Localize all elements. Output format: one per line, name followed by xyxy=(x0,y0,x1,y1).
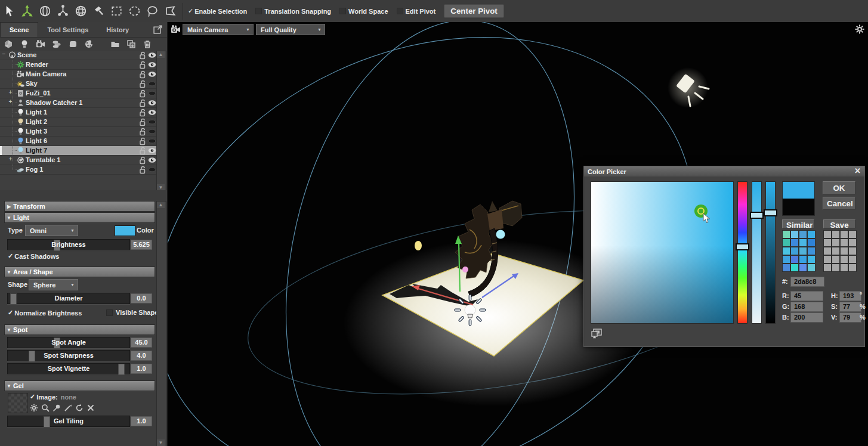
diameter-slider[interactable]: Diameter xyxy=(7,293,130,304)
hue-strip[interactable] xyxy=(737,181,747,324)
eye-open-icon[interactable] xyxy=(148,52,156,58)
sat-field[interactable]: 77 xyxy=(839,302,861,312)
similar-swatch[interactable] xyxy=(782,255,790,264)
pick-screen-color-icon[interactable] xyxy=(591,329,602,339)
saved-swatch-empty[interactable] xyxy=(840,247,848,255)
similar-swatch[interactable] xyxy=(799,247,807,255)
camera-select-dropdown[interactable]: Main Camera ▼ xyxy=(183,24,254,35)
similar-swatch[interactable] xyxy=(807,255,816,264)
tree-item-fog-1[interactable]: Fog 1 xyxy=(0,165,156,175)
eye-open-icon[interactable] xyxy=(148,61,156,68)
light-section-header[interactable]: ▼ Light xyxy=(4,212,155,223)
brightness-value[interactable]: 5.625 xyxy=(131,240,152,250)
polygon-select-tool-icon[interactable] xyxy=(162,2,179,20)
ok-button[interactable]: OK xyxy=(823,181,855,194)
hue-handle[interactable] xyxy=(736,243,749,250)
similar-swatch[interactable] xyxy=(782,230,790,239)
tree-item-render[interactable]: Render xyxy=(0,60,156,70)
cast-shadows-checkbox[interactable]: ✓ Cast Shadows xyxy=(8,252,59,260)
lock-open-icon[interactable] xyxy=(139,89,146,97)
visible-shape-checkbox[interactable]: Visible Shape xyxy=(106,309,158,316)
center-pivot-button[interactable]: Center Pivot xyxy=(444,4,504,18)
tree-item-light-1[interactable]: Light 1 xyxy=(0,108,156,117)
tree-item-turntable-1[interactable]: +Turntable 1 xyxy=(0,156,156,165)
shape-dropdown[interactable]: Sphere ▼ xyxy=(29,279,78,290)
lock-open-icon[interactable] xyxy=(139,128,146,135)
spot-vignette-value[interactable]: 1.0 xyxy=(131,364,152,374)
saved-swatch-empty[interactable] xyxy=(823,264,832,272)
omni-light-gizmo[interactable] xyxy=(455,295,486,326)
similar-swatch[interactable] xyxy=(807,239,816,247)
eye-closed-icon[interactable] xyxy=(148,128,156,135)
tab-scene[interactable]: Scene xyxy=(0,22,38,37)
lock-open-icon[interactable] xyxy=(139,118,146,126)
add-light-icon[interactable] xyxy=(17,38,32,50)
tree-item-light-3[interactable]: Light 3 xyxy=(0,127,156,137)
similar-swatch[interactable] xyxy=(799,264,807,272)
paint-tool-icon[interactable] xyxy=(90,2,107,20)
tab-history[interactable]: History xyxy=(97,22,138,37)
add-primitive-icon[interactable] xyxy=(65,38,81,50)
new-folder-icon[interactable] xyxy=(107,38,123,50)
hex-field[interactable]: 2da8c8 xyxy=(790,277,824,287)
eye-open-icon[interactable] xyxy=(148,71,156,78)
toggle-translation-snapping[interactable]: Translation Snapping xyxy=(255,7,331,15)
blue-field[interactable]: 200 xyxy=(790,312,823,323)
light-dot-pink[interactable] xyxy=(462,267,468,272)
saturation-handle[interactable] xyxy=(750,212,764,219)
duplicate-icon[interactable] xyxy=(123,38,139,50)
similar-swatch[interactable] xyxy=(782,247,790,255)
popout-panel-icon[interactable] xyxy=(153,25,162,34)
sphere-gizmo-tool-icon[interactable] xyxy=(72,2,89,20)
scroll-down-icon[interactable]: ▼ xyxy=(157,439,165,446)
rotate-tool-icon[interactable] xyxy=(36,2,54,20)
saved-swatch-empty[interactable] xyxy=(832,264,840,272)
hue-field[interactable]: 193 xyxy=(839,291,861,301)
similar-swatch[interactable] xyxy=(790,255,799,264)
similar-swatch[interactable] xyxy=(807,230,816,239)
eye-open-icon[interactable] xyxy=(148,100,156,106)
settings-gear-icon[interactable] xyxy=(30,404,38,413)
tab-tool-settings[interactable]: Tool Settings xyxy=(38,22,97,37)
cancel-button[interactable]: Cancel xyxy=(823,197,855,210)
saved-swatch-empty[interactable] xyxy=(848,247,857,255)
similar-swatch[interactable] xyxy=(807,264,816,272)
translate-tool-icon[interactable] xyxy=(18,2,36,20)
spot-sharpness-slider[interactable]: Spot Sharpness xyxy=(7,350,130,361)
scroll-up-icon[interactable]: ▲ xyxy=(157,202,165,208)
brightness-slider[interactable]: Brightness xyxy=(7,239,130,250)
lock-open-icon[interactable] xyxy=(139,109,146,116)
saved-swatch-empty[interactable] xyxy=(840,239,848,247)
similar-swatch[interactable] xyxy=(790,264,799,272)
eye-open-icon[interactable] xyxy=(148,157,156,163)
zoom-magnifier-icon[interactable] xyxy=(41,404,50,413)
saturation-value-area[interactable] xyxy=(591,181,734,324)
quality-select-dropdown[interactable]: Full Quality ▼ xyxy=(256,24,325,35)
saved-swatch-empty[interactable] xyxy=(823,255,832,264)
marquee-select-tool-icon[interactable] xyxy=(108,2,125,20)
saved-swatch-empty[interactable] xyxy=(840,264,848,272)
similar-swatch[interactable] xyxy=(807,247,816,255)
saved-swatch-empty[interactable] xyxy=(823,247,832,255)
gel-tiling-slider[interactable]: Gel Tiling xyxy=(7,416,130,427)
spot-section-header[interactable]: ▼ Spot xyxy=(4,324,155,335)
add-mesh-icon[interactable] xyxy=(1,38,16,50)
saved-swatch-empty[interactable] xyxy=(848,239,857,247)
spotlight-gizmo[interactable] xyxy=(668,67,709,108)
saved-swatch-empty[interactable] xyxy=(832,255,840,264)
saved-swatch-empty[interactable] xyxy=(848,264,857,272)
value-strip[interactable] xyxy=(765,181,776,324)
green-field[interactable]: 168 xyxy=(790,302,823,312)
lock-open-icon[interactable] xyxy=(139,99,146,107)
spot-angle-slider[interactable]: Spot Angle xyxy=(7,337,130,348)
transform-section-header[interactable]: ▶ Transform xyxy=(4,201,155,212)
lasso-select-tool-icon[interactable] xyxy=(144,2,161,20)
lock-open-icon[interactable] xyxy=(139,80,146,88)
gel-section-header[interactable]: ▼ Gel xyxy=(4,380,155,391)
add-material-icon[interactable] xyxy=(81,38,97,50)
saved-swatch-empty[interactable] xyxy=(832,247,840,255)
lock-open-icon[interactable] xyxy=(139,70,146,78)
tree-item-scene[interactable]: −Scene xyxy=(0,51,156,60)
expander-icon[interactable]: + xyxy=(8,156,13,162)
eye-closed-icon[interactable] xyxy=(148,80,156,87)
